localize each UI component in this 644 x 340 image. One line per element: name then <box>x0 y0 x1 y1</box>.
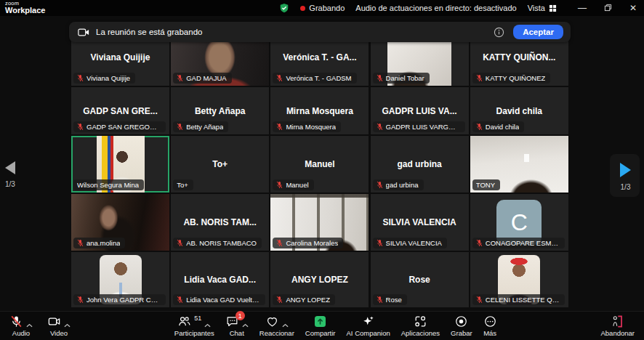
ai-companion-label: AI Companion <box>347 329 390 337</box>
info-icon[interactable] <box>494 27 504 38</box>
ai-sparkle-icon <box>361 315 375 328</box>
audio-button[interactable]: Audio <box>6 312 36 340</box>
participant-name-label: Daniel Tobar <box>373 73 430 84</box>
participant-name-label: CONAGOPARE ESMERALDAS <box>472 238 565 248</box>
audio-label: Audio <box>12 329 30 337</box>
chat-button[interactable]: 1 Chat <box>222 312 252 340</box>
participants-button[interactable]: 51 Participantes <box>171 312 218 340</box>
recording-camera-icon <box>78 28 89 37</box>
muted-mic-icon <box>77 296 84 304</box>
participant-name-label: John Vera GADPR Carlos Con... <box>73 294 166 305</box>
participant-tile-celeni-lissette-quintero[interactable]: CELENI LISSETTE QUINTERO ... <box>470 252 568 307</box>
muted-mic-icon <box>377 181 383 189</box>
participant-tile-tony[interactable]: TONY <box>470 136 568 193</box>
muted-mic-icon <box>377 74 383 82</box>
muted-mic-icon <box>377 123 383 131</box>
participant-name-label: Rose <box>373 294 407 305</box>
chat-unread-badge: 1 <box>236 311 245 320</box>
titlebar: zoom Workplace Grabando Audio de actuaci… <box>0 0 644 16</box>
muted-mic-icon <box>377 296 383 304</box>
encryption-shield-icon[interactable] <box>279 3 289 13</box>
participant-name-label: gad urbina <box>373 179 424 190</box>
apps-button[interactable]: Aplicaciones <box>398 312 443 340</box>
participant-tile-betty-añapa[interactable]: Betty AñapaBetty Añapa <box>171 87 269 134</box>
record-button[interactable]: Grabar <box>447 312 476 340</box>
chat-label: Chat <box>230 329 244 337</box>
muted-mic-icon <box>276 181 283 189</box>
participant-name-label: SILVIA VALENCIA <box>373 238 447 248</box>
participant-tile-ana-molina[interactable]: ana.molina <box>71 194 169 251</box>
camera-icon <box>47 315 61 328</box>
react-button[interactable]: Reaccionar <box>256 312 298 340</box>
participant-name-label: GADPR LUIS VARGAS TORRES <box>373 121 465 132</box>
participant-name-label: Betty Añapa <box>173 121 228 132</box>
participant-name-label: Mirna Mosquera <box>273 121 341 132</box>
participant-tile-mirna-mosquera[interactable]: Mirna MosqueraMirna Mosquera <box>270 87 369 134</box>
participants-count: 51 <box>194 315 201 322</box>
share-button[interactable]: Compartir <box>302 312 339 340</box>
muted-mic-icon <box>476 239 483 247</box>
muted-mic-icon <box>276 123 283 131</box>
view-button[interactable]: Vista <box>528 4 557 12</box>
video-button[interactable]: Video <box>44 312 74 340</box>
logo-workplace-text: Workplace <box>5 7 45 15</box>
muted-mic-icon <box>476 74 483 82</box>
record-icon <box>454 315 468 328</box>
participant-tile-conagopare-esmeraldas[interactable]: CCONAGOPARE ESMERALDAS <box>470 194 568 251</box>
heart-icon <box>265 315 279 328</box>
prev-arrow-icon <box>5 161 15 174</box>
participant-tile-angy-lopez[interactable]: ANGY LOPEZANGY LOPEZ <box>270 252 369 307</box>
more-button[interactable]: Más <box>480 312 501 340</box>
close-button[interactable]: ✕ <box>629 4 637 12</box>
next-page-indicator: 1/3 <box>621 183 631 191</box>
participant-name-label: Lidia Vaca GAD Vuelta Larga <box>173 294 265 305</box>
participant-tile-john-vera-gadpr-carlos-con[interactable]: John Vera GADPR Carlos Con... <box>71 252 169 307</box>
participant-tile-david-chila[interactable]: David chilaDavid chila <box>470 87 568 134</box>
participant-tile-carolina-morales[interactable]: Carolina Morales <box>270 194 369 251</box>
chat-icon: 1 <box>225 315 239 328</box>
restore-button[interactable] <box>604 4 612 13</box>
participant-name-label: CELENI LISSETTE QUINTERO ... <box>472 294 565 305</box>
participant-name-label: Carolina Morales <box>273 238 343 248</box>
muted-mic-icon <box>377 239 383 247</box>
participant-tile-silvia-valencia[interactable]: SILVIA VALENCIASILVIA VALENCIA <box>371 194 469 251</box>
leave-meeting-icon <box>611 315 624 328</box>
zoom-meeting-window: zoom Workplace Grabando Audio de actuaci… <box>0 0 644 340</box>
recording-status-text: Grabando <box>309 4 345 12</box>
view-label: Vista <box>528 4 545 12</box>
participant-tile-ab-noris-tambaco[interactable]: AB. NORIS TAM...AB. NORIS TAMBACO <box>171 194 269 251</box>
participant-name-label: Viviana Quijije <box>73 73 135 84</box>
more-label: Más <box>483 329 496 337</box>
share-screen-icon <box>313 315 327 328</box>
participant-tile-gad-urbina[interactable]: gad urbinagad urbina <box>371 136 469 193</box>
recording-indicator: Grabando <box>300 4 345 12</box>
participant-grid: Viviana QuijijeViviana QuijijeGAD MAJUAV… <box>0 16 644 311</box>
gallery-prev-button[interactable]: 1/3 <box>5 161 15 188</box>
minimize-button[interactable]: — <box>578 4 587 12</box>
participant-tile-rose[interactable]: RoseRose <box>371 252 469 307</box>
muted-mic-icon <box>276 74 283 82</box>
leave-button[interactable]: Abandonar <box>597 312 638 340</box>
participant-name-label: KATTY QUIÑONEZ <box>472 73 551 84</box>
participant-tile-lidia-vaca-gad-vuelta-larga[interactable]: Lidia Vaca GAD...Lidia Vaca GAD Vuelta L… <box>171 252 269 307</box>
participant-name-label: ana.molina <box>73 238 125 248</box>
ai-companion-button[interactable]: AI Companion <box>343 312 394 340</box>
mic-muted-icon <box>9 315 23 328</box>
participant-name-label: ANGY LOPEZ <box>273 294 335 305</box>
participant-tile-gadpr-luis-vargas-torres[interactable]: GADPR LUIS VA...GADPR LUIS VARGAS TORRES <box>371 87 469 134</box>
participant-tile-to[interactable]: To+To+ <box>171 136 269 193</box>
participant-tile-wilson-segura-mina[interactable]: Wilson Segura Mina <box>71 136 169 193</box>
leave-label: Abandonar <box>601 329 635 337</box>
gallery-next-button[interactable]: 1/3 <box>610 154 640 197</box>
participant-tile-gadp-san-gregorio[interactable]: GADP SAN GRE...GADP SAN GREGORIO <box>71 87 169 134</box>
react-label: Reaccionar <box>259 329 294 337</box>
participant-name-label: AB. NORIS TAMBACO <box>173 238 262 248</box>
participant-name-label: Verónica T. - GADSM <box>273 73 356 84</box>
participant-tile-manuel[interactable]: ManuelManuel <box>270 136 369 193</box>
muted-mic-icon <box>177 239 183 247</box>
record-label: Grabar <box>451 329 472 337</box>
participants-icon <box>177 315 191 328</box>
participant-name-label: Manuel <box>273 179 313 190</box>
accept-button[interactable]: Aceptar <box>513 25 563 39</box>
muted-mic-icon <box>276 239 283 247</box>
